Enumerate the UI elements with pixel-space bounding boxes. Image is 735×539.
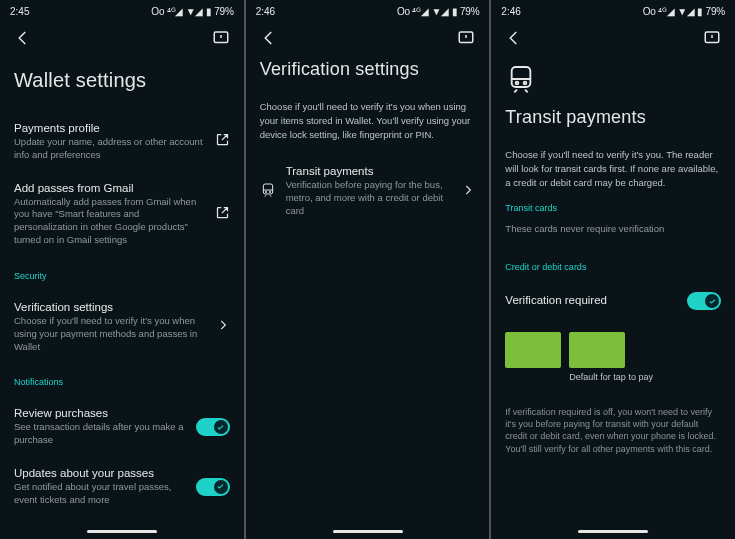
updates-passes: Updates about your passes Get notified a… [14, 457, 230, 517]
section-security: Security [14, 271, 230, 281]
feedback-icon[interactable] [212, 29, 230, 47]
back-icon[interactable] [260, 29, 278, 47]
back-icon[interactable] [505, 29, 523, 47]
nav-gesture-bar[interactable] [333, 530, 403, 533]
section-transit-cards: Transit cards [505, 203, 721, 213]
status-time: 2:46 [501, 6, 520, 17]
toggle-review-purchases[interactable] [196, 418, 230, 436]
status-indicators: Oo ⁴ᴳ◢ ▼◢ ▮ 79% [397, 6, 479, 17]
svg-rect-2 [263, 184, 272, 194]
topbar [491, 19, 735, 53]
screen-wallet-settings: 2:45 Oo ⁴ᴳ◢ ▼◢ ▮ 79% Wallet settings Pay… [0, 0, 244, 539]
section-credit-debit: Credit or debit cards [505, 262, 721, 272]
topbar [246, 19, 490, 53]
page-title: Transit payments [505, 107, 721, 128]
page-title: Verification settings [260, 59, 476, 80]
statusbar: 2:45 Oo ⁴ᴳ◢ ▼◢ ▮ 79% [0, 0, 244, 19]
card-slot-default[interactable] [569, 332, 625, 368]
statusbar: 2:46 Oo ⁴ᴳ◢ ▼◢ ▮ 79% [246, 0, 490, 19]
svg-point-7 [516, 82, 519, 85]
intro-text: Choose if you'll need to verify it's you… [260, 100, 476, 141]
chevron-right-icon [216, 318, 230, 336]
transit-payments[interactable]: Transit payments Verification before pay… [260, 155, 476, 227]
statusbar: 2:46 Oo ⁴ᴳ◢ ▼◢ ▮ 79% [491, 0, 735, 19]
feedback-icon[interactable] [703, 29, 721, 47]
payments-profile[interactable]: Payments profile Update your name, addre… [14, 112, 230, 172]
nav-gesture-bar[interactable] [87, 530, 157, 533]
chevron-right-icon [461, 183, 475, 201]
card-row: Default for tap to pay [505, 332, 721, 382]
page-title: Wallet settings [14, 69, 230, 92]
feedback-icon[interactable] [457, 29, 475, 47]
content-scroll[interactable]: Verification settings Choose if you'll n… [246, 53, 490, 526]
content-scroll[interactable]: Transit payments Choose if you'll need t… [491, 53, 735, 526]
transit-icon [260, 182, 276, 202]
content-scroll[interactable]: Wallet settings Payments profile Update … [0, 53, 244, 526]
status-indicators: Oo ⁴ᴳ◢ ▼◢ ▮ 79% [643, 6, 725, 17]
footer-note: If verification required is off, you won… [505, 406, 721, 455]
status-time: 2:46 [256, 6, 275, 17]
card-caption: Default for tap to pay [569, 372, 653, 382]
svg-point-8 [524, 82, 527, 85]
external-link-icon [215, 132, 230, 151]
intro-text: Choose if you'll need to verify it's you… [505, 148, 721, 189]
screen-transit-payments: 2:46 Oo ⁴ᴳ◢ ▼◢ ▮ 79% Transit payments Ch… [491, 0, 735, 539]
svg-rect-6 [512, 67, 531, 87]
status-indicators: Oo ⁴ᴳ◢ ▼◢ ▮ 79% [151, 6, 233, 17]
nav-gesture-bar[interactable] [578, 530, 648, 533]
screen-verification-settings: 2:46 Oo ⁴ᴳ◢ ▼◢ ▮ 79% Verification settin… [246, 0, 490, 539]
topbar [0, 19, 244, 53]
back-icon[interactable] [14, 29, 32, 47]
transit-icon [505, 63, 721, 99]
toggle-verification-required[interactable] [687, 292, 721, 310]
add-passes-gmail[interactable]: Add passes from Gmail Automatically add … [14, 172, 230, 257]
review-purchases: Review purchases See transaction details… [14, 397, 230, 457]
verification-settings[interactable]: Verification settings Choose if you'll n… [14, 291, 230, 363]
external-link-icon [215, 205, 230, 224]
toggle-updates-passes[interactable] [196, 478, 230, 496]
svg-point-3 [265, 191, 266, 192]
status-time: 2:45 [10, 6, 29, 17]
svg-point-4 [269, 191, 270, 192]
verification-required: Verification required [505, 282, 721, 320]
section-notifications: Notifications [14, 377, 230, 387]
transit-cards-note: These cards never require verification [505, 223, 721, 236]
card-slot-1[interactable] [505, 332, 561, 368]
